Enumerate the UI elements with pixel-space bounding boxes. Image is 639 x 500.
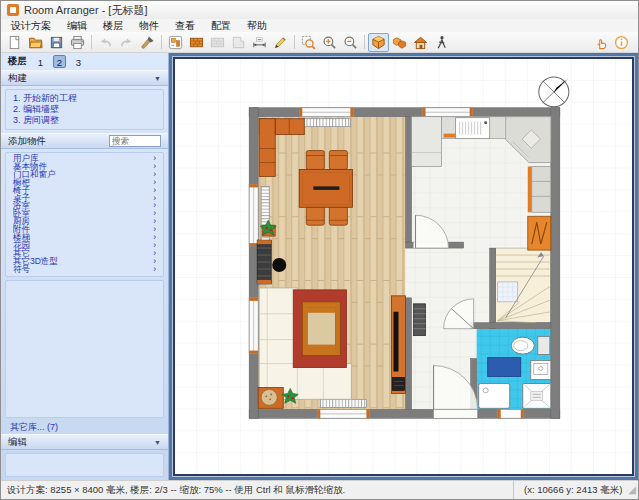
shower-cabin xyxy=(523,383,551,408)
build-title: 构建 xyxy=(8,72,27,85)
menu-item-5[interactable]: 配置 xyxy=(203,19,239,32)
section-header-add-objects[interactable]: 添加物件 xyxy=(1,133,168,149)
window-left-lower xyxy=(249,298,258,354)
category-item-7[interactable]: 卧室› xyxy=(13,210,156,218)
bath-mat xyxy=(488,358,521,377)
print-icon xyxy=(70,35,85,50)
category-label: 符号 xyxy=(13,266,30,274)
category-item-14[interactable]: 符号› xyxy=(13,266,156,274)
objects-3d-button[interactable] xyxy=(389,33,410,52)
chevron-down-icon[interactable]: ▼ xyxy=(154,439,161,446)
zoom-in-button[interactable] xyxy=(319,33,340,52)
category-item-3[interactable]: 橱柜› xyxy=(13,179,156,187)
floor-plan-canvas[interactable] xyxy=(175,59,632,474)
menu-item-1[interactable]: 编辑 xyxy=(59,19,95,32)
category-item-9[interactable]: 附件› xyxy=(13,226,156,234)
redo-button[interactable] xyxy=(116,33,137,52)
chevron-down-icon[interactable]: ▼ xyxy=(154,75,161,82)
zoom-select-button[interactable] xyxy=(298,33,319,52)
floor-button-2[interactable]: 2 xyxy=(53,55,66,68)
toolbar-separator xyxy=(91,35,92,49)
design-tools-button[interactable] xyxy=(270,33,291,52)
hall-radiator xyxy=(414,304,426,336)
canvas-frame xyxy=(169,53,638,480)
new-file-button[interactable] xyxy=(4,33,25,52)
category-item-6[interactable]: 浴室› xyxy=(13,202,156,210)
info-button[interactable] xyxy=(611,33,632,52)
category-item-11[interactable]: 花园› xyxy=(13,242,156,250)
zoom-out-button[interactable] xyxy=(340,33,361,52)
floor-button-3[interactable]: 3 xyxy=(72,55,85,68)
radiator-top xyxy=(302,119,350,127)
view-3d-button[interactable] xyxy=(368,33,389,52)
section-header-build[interactable]: 构建 ▼ xyxy=(1,70,168,86)
search-input[interactable] xyxy=(109,135,161,147)
build-step-new-project[interactable]: 1. 开始新的工程 xyxy=(13,93,156,104)
paint-brush-button[interactable] xyxy=(137,33,158,52)
menu-item-4[interactable]: 查看 xyxy=(167,19,203,32)
menu-item-3[interactable]: 物件 xyxy=(131,19,167,32)
toolbar-separator xyxy=(364,35,365,49)
edit-walls-button[interactable] xyxy=(207,33,228,52)
category-item-8[interactable]: 厨房› xyxy=(13,218,156,226)
build-step-edit-walls[interactable]: 2. 编辑墙壁 xyxy=(13,104,156,115)
floor-button-1[interactable]: 1 xyxy=(34,55,47,68)
window-top-left xyxy=(299,108,353,117)
tv xyxy=(393,312,398,372)
info-icon xyxy=(614,35,629,50)
floors-row: 楼层 123 xyxy=(1,53,168,70)
title-bar: Room Arranger - [无标题] xyxy=(1,1,638,19)
category-item-5[interactable]: 桌子› xyxy=(13,195,156,203)
side-table xyxy=(258,387,283,408)
object-preview-panel xyxy=(5,280,164,418)
chevron-right-icon: › xyxy=(153,266,156,274)
build-step-room-adjust[interactable]: 3. 房间调整 xyxy=(13,115,156,126)
room-tool-button[interactable] xyxy=(228,33,249,52)
design-tools-icon xyxy=(273,35,288,50)
resize-grip-icon[interactable]: ◢ xyxy=(628,485,638,495)
hallway[interactable] xyxy=(414,304,426,336)
toolbar-separator xyxy=(161,35,162,49)
menu-item-0[interactable]: 设计方案 xyxy=(3,19,59,32)
menu-item-2[interactable]: 楼层 xyxy=(95,19,131,32)
walk-through-button[interactable] xyxy=(431,33,452,52)
open-folder-button[interactable] xyxy=(25,33,46,52)
app-window: Room Arranger - [无标题] 设计方案编辑楼层物件查看配置帮助 楼… xyxy=(0,0,639,500)
build-panel: 1. 开始新的工程 2. 编辑墙壁 3. 房间调整 xyxy=(5,89,164,130)
dimensions-button[interactable] xyxy=(249,33,270,52)
drawing-canvas[interactable] xyxy=(173,57,634,476)
menu-item-6[interactable]: 帮助 xyxy=(239,19,275,32)
print-button[interactable] xyxy=(67,33,88,52)
hand-pointer-button[interactable] xyxy=(590,33,611,52)
category-item-13[interactable]: 其它3D造型› xyxy=(13,258,156,266)
save-button[interactable] xyxy=(46,33,67,52)
window-left-upper xyxy=(249,184,258,246)
coffee-table xyxy=(302,302,340,356)
redo-icon xyxy=(119,35,134,50)
undo-button[interactable] xyxy=(95,33,116,52)
toolbar xyxy=(1,32,638,53)
new-file-icon xyxy=(7,35,22,50)
walk-through-icon xyxy=(434,35,449,50)
shower-tray xyxy=(479,383,510,408)
radiator-bottom xyxy=(320,399,366,407)
category-item-4[interactable]: 椅子› xyxy=(13,187,156,195)
window-bottom-living xyxy=(317,409,369,418)
status-coordinates: (x: 10666 y: 2413 毫米) xyxy=(513,481,628,499)
compass-icon[interactable] xyxy=(539,77,569,107)
category-item-2[interactable]: 门口和窗户› xyxy=(13,171,156,179)
section-header-edit[interactable]: 编辑 ▼ xyxy=(1,434,168,450)
floor-lamp xyxy=(272,258,286,272)
kitchen-sink xyxy=(456,118,490,139)
menu-bar: 设计方案编辑楼层物件查看配置帮助 xyxy=(1,19,638,32)
oven xyxy=(528,216,551,250)
category-item-10[interactable]: 楼梯› xyxy=(13,234,156,242)
floor-plan-button[interactable] xyxy=(165,33,186,52)
more-libraries-link[interactable]: 其它库... (7) xyxy=(1,420,168,434)
edit-title: 编辑 xyxy=(8,436,27,449)
home-3d-button[interactable] xyxy=(410,33,431,52)
wall-icon xyxy=(189,35,204,50)
tv-stand xyxy=(391,296,405,394)
wall-button[interactable] xyxy=(186,33,207,52)
window-bottom-bath xyxy=(498,409,524,418)
